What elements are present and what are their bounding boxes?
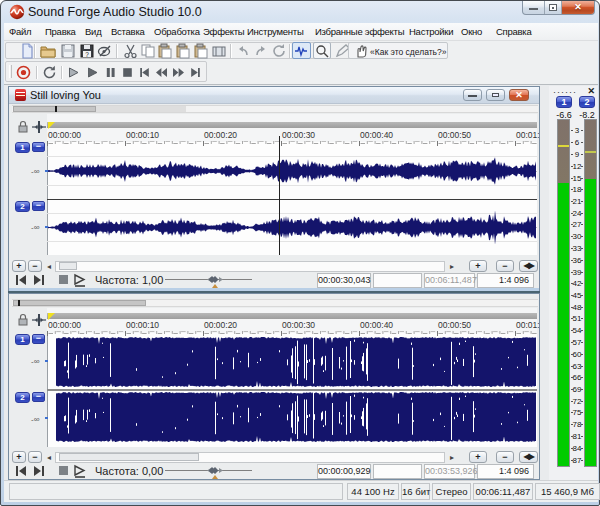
svg-text:?: ? <box>85 51 89 58</box>
